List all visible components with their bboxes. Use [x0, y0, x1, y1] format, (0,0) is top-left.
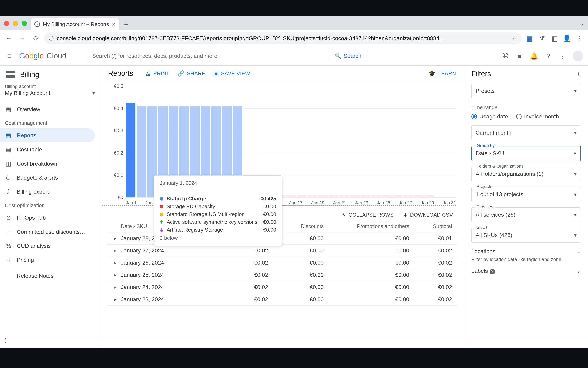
window-minimize-icon[interactable]	[13, 21, 18, 26]
date-range-select[interactable]: Current month ▾	[471, 125, 581, 140]
chrome-menu-icon[interactable]: ⋮	[574, 33, 585, 44]
save-view-button[interactable]: ▣SAVE VIEW	[213, 70, 250, 77]
window-close-icon[interactable]	[4, 21, 9, 26]
x-tick: Jan 21	[333, 200, 346, 205]
cell-cost: €0.02	[228, 296, 271, 303]
share-icon: 🔗	[177, 70, 184, 77]
bookmark-icon[interactable]: ☆	[512, 35, 517, 42]
expand-row-icon[interactable]: ▸	[110, 236, 121, 241]
chart-bar[interactable]	[126, 103, 135, 197]
tooltip-value: €0.00	[263, 203, 276, 210]
sidebar-item-label: Release Notes	[17, 273, 54, 279]
reload-button[interactable]: ⟳	[30, 33, 42, 44]
sidebar-item-finops-hub[interactable]: ⊙FinOps hub	[0, 211, 95, 225]
expand-row-icon[interactable]: ▸	[110, 260, 121, 266]
expand-row-icon[interactable]: ▸	[110, 248, 121, 253]
save-view-label: SAVE VIEW	[221, 70, 250, 77]
usage-date-radio[interactable]: Usage date	[471, 113, 508, 120]
cloud-shell-icon[interactable]: ⌘	[501, 52, 510, 60]
notifications-icon[interactable]: 🔔	[530, 52, 538, 60]
projects-select[interactable]: Projects 1 out of 13 projects ▾	[471, 187, 581, 202]
tooltip-row: Storage PD Capacity€0.00	[160, 202, 276, 210]
folders-label: Folders & Organizations	[475, 164, 525, 169]
table-row[interactable]: ▸January 25, 2024€0.02€0.00€0.00€0.02	[107, 269, 457, 281]
new-tab-button[interactable]: +	[121, 20, 131, 29]
tabs-menu-icon[interactable]: ⌄	[579, 20, 584, 27]
window-maximize-icon[interactable]	[22, 21, 27, 26]
expand-row-icon[interactable]: ▸	[110, 285, 121, 290]
collapse-filters-icon[interactable]: ⟩|	[577, 71, 581, 77]
cell-discounts: €0.00	[270, 247, 326, 254]
expand-row-icon[interactable]: ▸	[110, 272, 121, 278]
projects-label: Projects	[475, 184, 494, 189]
expand-row-icon[interactable]: ▸	[110, 297, 121, 302]
url-text: console.cloud.google.com/billing/001787-…	[57, 35, 509, 42]
address-bar[interactable]: ⓘ console.cloud.google.com/billing/00178…	[44, 32, 522, 44]
side-panel-icon[interactable]: ◧	[549, 33, 560, 44]
search-icon: 🔍	[335, 53, 342, 59]
learn-button[interactable]: 🎓LEARN	[429, 70, 456, 77]
dropdown-icon: ▾	[574, 171, 577, 177]
sidebar-item-budgets-alerts[interactable]: ⏱Budgets & alerts	[0, 171, 95, 185]
nav-icon: ▦	[5, 106, 12, 113]
gcp-search[interactable]: 🔍 Search	[87, 50, 367, 62]
sidebar-item-cost-table[interactable]: ▦Cost table	[0, 142, 95, 156]
print-button[interactable]: 🖨PRINT	[145, 70, 169, 77]
date-range-value: Current month	[476, 129, 511, 136]
billing-account-value: My Billing Account	[5, 90, 50, 96]
labels-section[interactable]: Labels? ⌄	[471, 268, 581, 274]
sidebar-item-label: FinOps hub	[17, 215, 46, 221]
gcp-logo[interactable]: Google Cloud	[19, 52, 66, 60]
sidebar-item-release-notes[interactable]: Release Notes	[0, 269, 95, 283]
settings-menu-icon[interactable]: ⋮	[558, 52, 567, 60]
browser-tab[interactable]: My Billing Account – Reports ×	[31, 18, 119, 30]
back-button[interactable]: ←	[3, 33, 14, 44]
cost-chart[interactable]: €0.5€0.4€0.3€0.2€0.1€0 Jan 1Jan 3Jan 5Ja…	[100, 81, 464, 209]
collapse-rows-button[interactable]: ⤡COLLAPSE ROWS	[342, 212, 394, 218]
cell-discounts: €0.00	[270, 296, 326, 303]
skus-select[interactable]: SKUs All SKUs (426) ▾	[471, 228, 581, 243]
table-row[interactable]: ▸January 24, 2024€0.02€0.00€0.00€0.02	[107, 281, 457, 293]
services-select[interactable]: Services All services (26) ▾	[471, 207, 581, 222]
collapse-nav-icon[interactable]: ⟨	[4, 337, 6, 344]
sidebar-item-committed-use-discounts-[interactable]: ≣Committed use discounts…	[0, 225, 95, 239]
billing-account-selector[interactable]: Billing account My Billing Account ▾	[0, 83, 100, 102]
locations-section[interactable]: Locations ⌄	[471, 248, 581, 255]
search-button[interactable]: 🔍 Search	[329, 50, 367, 62]
legend-swatch-icon	[160, 221, 163, 224]
col-promotions[interactable]: Promotions and others	[326, 223, 412, 230]
dropdown-icon: ▾	[574, 130, 577, 136]
translate-icon[interactable]: ▦	[524, 33, 535, 44]
share-button[interactable]: 🔗SHARE	[177, 70, 205, 77]
profile-icon[interactable]: 👤	[561, 33, 572, 44]
sidebar-item-overview[interactable]: ▦Overview	[0, 102, 95, 116]
search-input[interactable]	[87, 53, 329, 59]
col-subtotal[interactable]: Subtotal	[412, 223, 454, 230]
account-avatar[interactable]	[573, 51, 583, 61]
sidebar-item-billing-export[interactable]: ⤴Billing export	[0, 185, 95, 199]
chart-bar[interactable]	[137, 106, 146, 197]
cell-date: January 27, 2024	[121, 247, 228, 254]
billing-icon	[6, 71, 15, 78]
sidebar-item-reports[interactable]: ▤Reports	[0, 128, 95, 142]
nav-section-cost-management: Cost management	[0, 116, 100, 128]
sidebar-item-cud-analysis[interactable]: %CUD analysis	[0, 239, 95, 253]
help-icon[interactable]: ?	[490, 269, 495, 274]
table-row[interactable]: ▸January 27, 2024€0.02€0.00€0.00€0.02	[107, 245, 457, 257]
download-csv-button[interactable]: ⬇DOWNLOAD CSV	[403, 212, 453, 218]
folders-select[interactable]: Folders & Organizations All folders/orga…	[471, 167, 581, 181]
table-row[interactable]: ▸January 26, 2024€0.02€0.00€0.00€0.02	[107, 257, 457, 269]
help-icon[interactable]: ?	[544, 52, 553, 60]
invoice-month-radio[interactable]: Invoice month	[516, 113, 559, 120]
site-info-icon[interactable]: ⓘ	[49, 35, 54, 42]
sidebar-item-cost-breakdown[interactable]: ◫Cost breakdown	[0, 156, 95, 171]
sidebar-item-label: Pricing	[17, 257, 34, 263]
terminal-icon[interactable]: ▣	[515, 52, 524, 60]
table-row[interactable]: ▸January 23, 2024€0.02€0.00€0.00€0.02	[107, 293, 457, 306]
group-by-select[interactable]: Group by Date › SKU ▾	[471, 146, 581, 161]
presets-select[interactable]: Presets ▾	[471, 83, 581, 98]
extensions-icon[interactable]: ⧩	[536, 33, 548, 44]
close-tab-icon[interactable]: ×	[112, 21, 115, 27]
sidebar-item-pricing[interactable]: ⌂Pricing	[0, 253, 95, 267]
nav-menu-icon[interactable]: ≡	[5, 52, 14, 60]
